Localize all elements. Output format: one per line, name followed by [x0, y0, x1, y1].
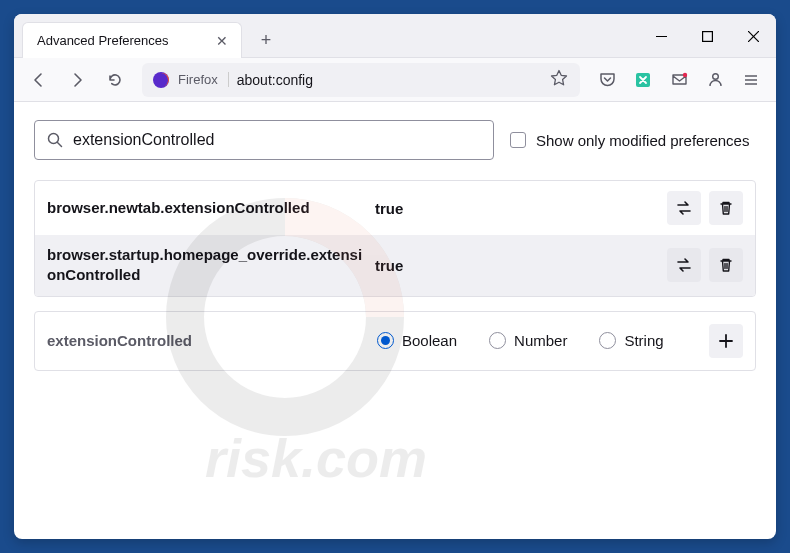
radio-icon [377, 332, 394, 349]
radio-icon [599, 332, 616, 349]
svg-point-6 [153, 72, 169, 88]
show-modified-checkbox[interactable]: Show only modified preferences [510, 132, 749, 149]
mail-icon[interactable] [662, 63, 696, 97]
search-input[interactable] [73, 131, 481, 149]
svg-point-8 [682, 73, 686, 77]
bookmark-star-icon[interactable] [550, 69, 570, 91]
tab-title: Advanced Preferences [37, 33, 213, 48]
extension-icon[interactable] [626, 63, 660, 97]
minimize-button[interactable] [638, 14, 684, 58]
preferences-list: browser.newtab.extensionControlled true … [34, 180, 756, 297]
add-preference-name: extensionControlled [47, 332, 347, 349]
delete-button[interactable] [709, 191, 743, 225]
new-tab-button[interactable]: + [250, 24, 282, 56]
type-radio-group: Boolean Number String [347, 332, 709, 349]
titlebar: Advanced Preferences ✕ + [14, 14, 776, 58]
menu-icon[interactable] [734, 63, 768, 97]
radio-number[interactable]: Number [489, 332, 567, 349]
delete-button[interactable] [709, 248, 743, 282]
forward-button[interactable] [60, 63, 94, 97]
window-controls [638, 14, 776, 58]
checkbox-label: Show only modified preferences [536, 132, 749, 149]
toggle-button[interactable] [667, 248, 701, 282]
radio-label: Number [514, 332, 567, 349]
navigation-toolbar: Firefox about:config [14, 58, 776, 102]
svg-line-14 [58, 143, 62, 147]
preference-name: browser.startup.homepage_override.extens… [47, 245, 367, 286]
preference-value: true [367, 200, 667, 217]
search-icon [47, 132, 63, 148]
svg-text:risk.com: risk.com [205, 428, 427, 487]
preference-value: true [367, 257, 667, 274]
radio-label: String [624, 332, 663, 349]
add-button[interactable] [709, 324, 743, 358]
search-box[interactable] [34, 120, 494, 160]
radio-icon [489, 332, 506, 349]
pocket-icon[interactable] [590, 63, 624, 97]
maximize-button[interactable] [684, 14, 730, 58]
url-text: about:config [237, 72, 542, 88]
account-icon[interactable] [698, 63, 732, 97]
reload-button[interactable] [98, 63, 132, 97]
preference-row: browser.newtab.extensionControlled true [35, 181, 755, 235]
url-identity: Firefox [178, 72, 229, 87]
preference-row: browser.startup.homepage_override.extens… [35, 235, 755, 296]
svg-rect-3 [702, 31, 712, 41]
content-area: Show only modified preferences browser.n… [14, 102, 776, 389]
svg-point-9 [712, 74, 718, 80]
preference-name: browser.newtab.extensionControlled [47, 198, 367, 218]
toggle-button[interactable] [667, 191, 701, 225]
close-tab-icon[interactable]: ✕ [213, 32, 231, 50]
radio-label: Boolean [402, 332, 457, 349]
browser-window: risk.com Advanced Preferences ✕ + [14, 14, 776, 539]
add-preference-row: extensionControlled Boolean Number Strin… [34, 311, 756, 371]
back-button[interactable] [22, 63, 56, 97]
search-row: Show only modified preferences [34, 120, 756, 160]
radio-boolean[interactable]: Boolean [377, 332, 457, 349]
toolbar-icons [590, 63, 768, 97]
firefox-logo-icon [152, 71, 170, 89]
radio-string[interactable]: String [599, 332, 663, 349]
checkbox-icon [510, 132, 526, 148]
close-window-button[interactable] [730, 14, 776, 58]
url-bar[interactable]: Firefox about:config [142, 63, 580, 97]
browser-tab[interactable]: Advanced Preferences ✕ [22, 22, 242, 58]
